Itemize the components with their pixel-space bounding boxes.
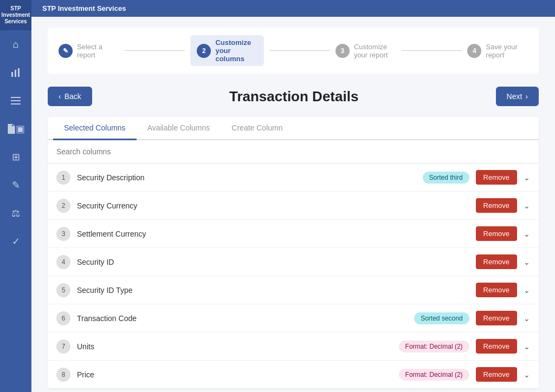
step-3-circle: 3: [335, 44, 350, 58]
column-list: 1Security DescriptionSorted thirdRemove⌄…: [48, 164, 539, 389]
step-1-label: Select a report: [77, 43, 119, 59]
step-4-label: Save your report: [486, 43, 528, 59]
sort-badge: Sorted third: [423, 172, 469, 184]
row-number: 7: [56, 339, 70, 354]
column-name: Settlement Currency: [77, 230, 469, 238]
step-3: 3 Customize your report: [335, 43, 396, 59]
sidebar-icon-document[interactable]: ▣: [5, 118, 27, 140]
column-name: Transaction Code: [77, 314, 408, 323]
step-4: 4 Save your report: [467, 43, 528, 59]
step-1: ✎ Select a report: [59, 43, 119, 59]
svg-rect-4: [11, 100, 21, 101]
svg-rect-0: [11, 72, 13, 77]
page-title: Transaction Details: [229, 88, 358, 105]
svg-rect-2: [18, 68, 20, 77]
next-button[interactable]: Next ›: [496, 87, 539, 106]
row-number: 1: [56, 171, 70, 185]
step-2: 2 Customize your columns: [190, 35, 264, 66]
tab-create-column[interactable]: Create Column: [221, 117, 293, 140]
remove-button[interactable]: Remove: [476, 339, 517, 354]
table-row: 3Settlement CurrencyRemove⌄: [48, 220, 539, 248]
tab-selected-columns[interactable]: Selected Columns: [53, 117, 137, 140]
step-1-circle: ✎: [59, 44, 73, 58]
back-button[interactable]: ‹ Back: [48, 87, 92, 106]
sidebar-icon-reports[interactable]: ⊞: [5, 146, 27, 168]
page-header: ‹ Back Transaction Details Next ›: [48, 87, 539, 106]
main-content: STP Investment Services ✎ Select a repor…: [31, 0, 555, 392]
column-name: Security Description: [77, 173, 416, 182]
step-2-label: Customize your columns: [215, 38, 257, 63]
format-badge: Format: Decimal (2): [399, 341, 469, 352]
row-number: 6: [56, 311, 70, 325]
format-badge: Format: Decimal (2): [399, 369, 469, 381]
remove-button[interactable]: Remove: [476, 283, 517, 297]
step-4-circle: 4: [467, 44, 481, 58]
table-row: 4Security IDRemove⌄: [48, 248, 539, 276]
row-number: 3: [56, 227, 70, 241]
topbar-title: STP Investment Services: [42, 4, 126, 12]
remove-button[interactable]: Remove: [476, 170, 517, 185]
content-area: ✎ Select a report 2 Customize your colum…: [31, 17, 555, 392]
chevron-down-icon[interactable]: ⌄: [524, 230, 530, 238]
remove-button[interactable]: Remove: [476, 311, 517, 325]
chevron-down-icon[interactable]: ⌄: [524, 370, 530, 379]
sidebar-icon-chart[interactable]: [5, 62, 27, 83]
table-row: 5Security ID TypeRemove⌄: [48, 276, 539, 304]
sidebar-icon-menu[interactable]: [5, 90, 27, 112]
row-number: 5: [56, 283, 70, 297]
remove-button[interactable]: Remove: [476, 367, 517, 382]
columns-card: Selected Columns Available Columns Creat…: [48, 117, 539, 389]
next-chevron-icon: ›: [525, 92, 528, 101]
back-label: Back: [64, 92, 81, 101]
chevron-down-icon[interactable]: ⌄: [524, 342, 530, 351]
column-name: Units: [77, 342, 392, 351]
tabs: Selected Columns Available Columns Creat…: [48, 117, 539, 140]
column-name: Security ID Type: [77, 286, 469, 295]
svg-rect-3: [11, 97, 21, 98]
svg-rect-1: [15, 70, 16, 77]
remove-button[interactable]: Remove: [476, 226, 517, 241]
sidebar-icon-scale[interactable]: ⚖: [5, 202, 27, 224]
table-row: 7UnitsFormat: Decimal (2)Remove⌄: [48, 332, 539, 361]
column-name: Security ID: [77, 258, 469, 266]
column-name: Price: [77, 370, 392, 379]
app-logo: STP Investment Services: [0, 0, 31, 30]
table-row: 2Security CurrencyRemove⌄: [48, 192, 539, 220]
svg-rect-5: [11, 103, 21, 104]
chevron-down-icon[interactable]: ⌄: [524, 201, 530, 210]
row-number: 8: [56, 368, 70, 382]
step-connector-3-4: [402, 50, 462, 51]
tab-available-columns[interactable]: Available Columns: [137, 117, 221, 140]
stepper: ✎ Select a report 2 Customize your colum…: [48, 28, 539, 74]
next-label: Next: [507, 92, 522, 101]
chevron-down-icon[interactable]: ⌄: [524, 314, 530, 323]
chevron-down-icon[interactable]: ⌄: [524, 286, 530, 295]
sidebar: STP Investment Services ⌂ ▣ ⊞ ✎ ⚖ ✓: [0, 0, 31, 392]
step-2-circle: 2: [197, 44, 211, 58]
search-input[interactable]: [56, 147, 530, 156]
remove-button[interactable]: Remove: [476, 254, 517, 269]
sidebar-icon-home[interactable]: ⌂: [5, 34, 27, 55]
row-number: 4: [56, 255, 70, 269]
table-row: 8PriceFormat: Decimal (2)Remove⌄: [48, 361, 539, 389]
column-name: Security Currency: [77, 201, 469, 210]
step-connector-1-2: [125, 50, 185, 51]
table-row: 1Security DescriptionSorted thirdRemove⌄: [48, 164, 539, 192]
back-chevron-icon: ‹: [59, 92, 61, 101]
remove-button[interactable]: Remove: [476, 198, 517, 213]
step-connector-2-3: [269, 50, 330, 51]
step-3-label: Customize your report: [354, 43, 396, 59]
sort-badge: Sorted second: [414, 312, 469, 324]
table-row: 6Transaction CodeSorted secondRemove⌄: [48, 304, 539, 332]
topbar: STP Investment Services: [31, 0, 555, 17]
chevron-down-icon[interactable]: ⌄: [524, 173, 530, 182]
row-number: 2: [56, 199, 70, 213]
sidebar-icon-check[interactable]: ✓: [5, 231, 27, 252]
search-bar: [48, 140, 539, 164]
chevron-down-icon[interactable]: ⌄: [524, 258, 530, 266]
sidebar-icon-edit[interactable]: ✎: [5, 174, 27, 196]
